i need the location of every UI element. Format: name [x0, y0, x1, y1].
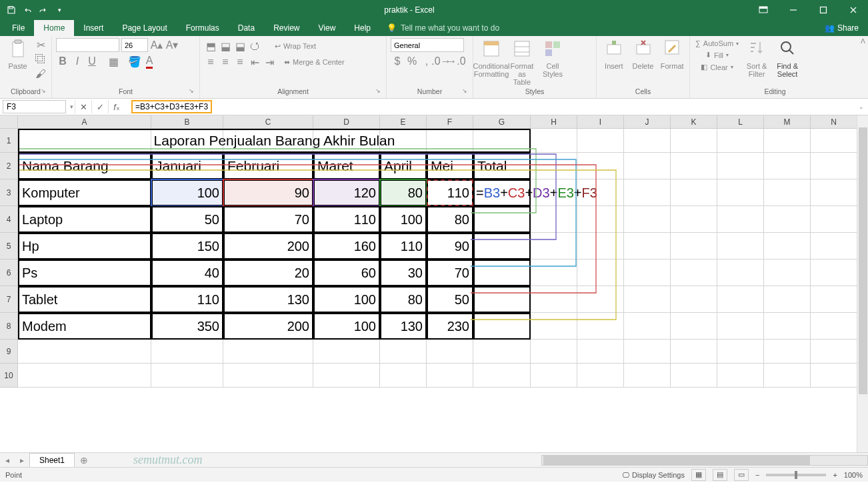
- fill-color-icon[interactable]: 🪣: [128, 55, 141, 68]
- cell[interactable]: [473, 313, 531, 340]
- cell[interactable]: 80: [380, 179, 427, 206]
- row-header[interactable]: 4: [0, 206, 18, 233]
- cell[interactable]: [473, 286, 531, 313]
- cell[interactable]: Tablet: [18, 286, 151, 313]
- cell[interactable]: [223, 364, 313, 388]
- cell[interactable]: [577, 364, 624, 388]
- cell[interactable]: [531, 233, 577, 260]
- cell[interactable]: [151, 340, 223, 364]
- cell[interactable]: [811, 260, 857, 286]
- cell[interactable]: 160: [313, 233, 380, 260]
- cell[interactable]: [671, 313, 717, 340]
- row-header[interactable]: 1: [0, 129, 18, 153]
- cell[interactable]: [531, 364, 577, 388]
- cell[interactable]: April: [380, 153, 427, 179]
- cell[interactable]: [624, 233, 671, 260]
- alignment-launcher-icon[interactable]: ↘: [375, 87, 385, 97]
- cell[interactable]: [577, 233, 624, 260]
- cell[interactable]: [427, 340, 473, 364]
- close-icon[interactable]: [838, 0, 868, 19]
- zoom-slider[interactable]: [766, 474, 826, 476]
- cell[interactable]: [624, 340, 671, 364]
- underline-button[interactable]: U: [85, 55, 99, 68]
- tab-page-layout[interactable]: Page Layout: [113, 20, 176, 36]
- cell[interactable]: [671, 206, 717, 233]
- cell[interactable]: [811, 153, 857, 179]
- row-header[interactable]: 5: [0, 233, 18, 260]
- vertical-scrollbar[interactable]: [857, 115, 868, 452]
- cell[interactable]: Januari: [151, 153, 223, 179]
- increase-indent-icon[interactable]: ⇥: [263, 55, 276, 69]
- merge-center-button[interactable]: ⬌Merge & Center: [283, 55, 346, 69]
- cell[interactable]: [717, 179, 764, 206]
- expand-formula-bar-icon[interactable]: ⌄: [855, 103, 868, 110]
- increase-font-icon[interactable]: A▴: [150, 38, 163, 51]
- cell[interactable]: 150: [151, 233, 223, 260]
- tab-insert[interactable]: Insert: [74, 20, 113, 36]
- cell[interactable]: [223, 340, 313, 364]
- cell[interactable]: [473, 233, 531, 260]
- row-header[interactable]: 3: [0, 179, 18, 206]
- number-format-combo[interactable]: General: [391, 38, 464, 52]
- normal-view-icon[interactable]: ▦: [691, 469, 706, 481]
- row-header[interactable]: 6: [0, 260, 18, 286]
- zoom-in-icon[interactable]: +: [833, 471, 837, 479]
- tab-home[interactable]: Home: [34, 20, 74, 36]
- cell[interactable]: 60: [313, 260, 380, 286]
- cell[interactable]: 20: [223, 260, 313, 286]
- zoom-out-icon[interactable]: −: [755, 471, 759, 479]
- cell[interactable]: [764, 206, 811, 233]
- row-header[interactable]: 9: [0, 340, 18, 364]
- cell[interactable]: 130: [380, 313, 427, 340]
- ribbon-display-icon[interactable]: [748, 0, 778, 19]
- row-header[interactable]: 8: [0, 313, 18, 340]
- horizontal-scrollbar[interactable]: [541, 455, 868, 466]
- cell[interactable]: 110: [380, 233, 427, 260]
- cell[interactable]: 80: [427, 206, 473, 233]
- page-layout-view-icon[interactable]: ▤: [713, 469, 727, 481]
- active-formula-cell[interactable]: =B3+C3+D3+E3+F3: [473, 179, 600, 206]
- cell[interactable]: [624, 286, 671, 313]
- column-header[interactable]: D: [313, 115, 380, 129]
- row-header[interactable]: 2: [0, 153, 18, 179]
- cell[interactable]: [717, 129, 764, 153]
- cell[interactable]: 50: [427, 286, 473, 313]
- cell[interactable]: [811, 364, 857, 388]
- format-painter-icon[interactable]: 🖌: [34, 67, 47, 81]
- number-launcher-icon[interactable]: ↘: [462, 87, 471, 97]
- cell[interactable]: [671, 364, 717, 388]
- page-break-view-icon[interactable]: ▭: [734, 469, 749, 481]
- cell[interactable]: Total: [473, 153, 531, 179]
- sheet-nav-next-icon[interactable]: ▸: [15, 456, 29, 465]
- cell[interactable]: 200: [223, 233, 313, 260]
- add-sheet-icon[interactable]: ⊕: [75, 455, 93, 466]
- cell[interactable]: [577, 313, 624, 340]
- align-center-icon[interactable]: ≡: [219, 55, 232, 69]
- cell[interactable]: [671, 286, 717, 313]
- cell[interactable]: 110: [151, 286, 223, 313]
- cell[interactable]: [671, 153, 717, 179]
- cell[interactable]: [811, 233, 857, 260]
- sheet-nav-prev-icon[interactable]: ◂: [0, 456, 15, 465]
- cell[interactable]: [671, 340, 717, 364]
- cell[interactable]: [577, 206, 624, 233]
- cell[interactable]: Maret: [313, 153, 380, 179]
- clear-button[interactable]: ◧Clear▾: [694, 61, 740, 73]
- cell[interactable]: [531, 206, 577, 233]
- cell[interactable]: [531, 313, 577, 340]
- cell[interactable]: [764, 260, 811, 286]
- cell[interactable]: [717, 153, 764, 179]
- cell[interactable]: [313, 340, 380, 364]
- cell[interactable]: [811, 286, 857, 313]
- cell[interactable]: [717, 313, 764, 340]
- sheet-tab[interactable]: Sheet1: [29, 453, 75, 467]
- enter-formula-icon[interactable]: ✓: [91, 100, 108, 113]
- name-box[interactable]: F3: [3, 100, 66, 113]
- cell[interactable]: [764, 153, 811, 179]
- column-header[interactable]: F: [427, 115, 473, 129]
- cell[interactable]: [717, 233, 764, 260]
- cell[interactable]: [671, 129, 717, 153]
- insert-function-icon[interactable]: fₓ: [108, 100, 125, 113]
- cell[interactable]: 350: [151, 313, 223, 340]
- cell[interactable]: 80: [380, 286, 427, 313]
